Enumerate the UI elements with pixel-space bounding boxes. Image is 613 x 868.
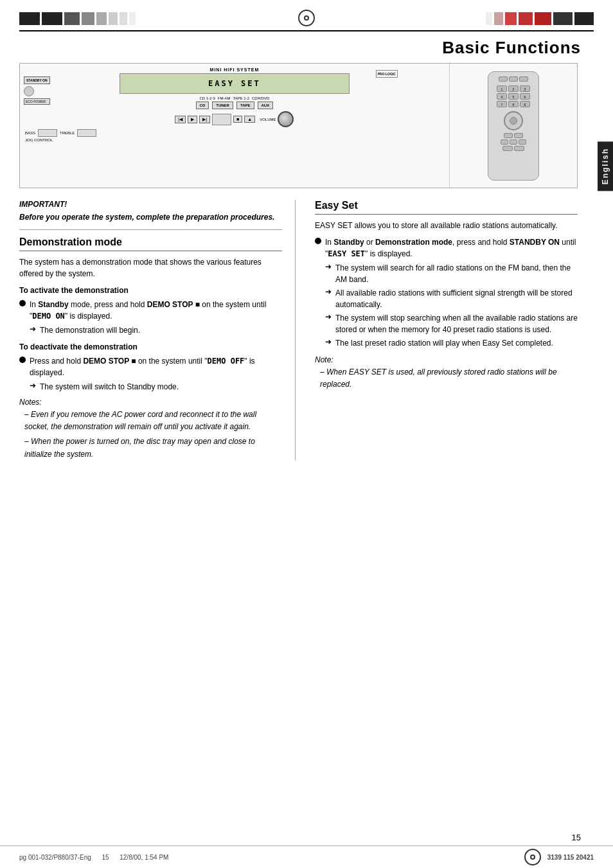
arrow-2: ➜ — [30, 381, 36, 390]
easy-set-result-text-4: The last preset radio station will play … — [335, 337, 553, 349]
easy-set-result-2: ➜ All available radio stations with suff… — [325, 287, 578, 310]
prologic-label: PRO LOGIC — [376, 70, 398, 78]
function-buttons: CD TUNER TAPE AUX — [25, 102, 444, 109]
right-column: Easy Set EASY SET allows you to store al… — [315, 200, 578, 461]
bullet-dot-1 — [19, 300, 26, 306]
remote-bottom-rows — [504, 133, 523, 138]
arrow-6: ➜ — [325, 337, 332, 346]
aux-button: AUX — [258, 102, 274, 109]
left-controls: STANDBY ON ECO POWER — [24, 76, 50, 105]
strip-block — [96, 12, 107, 25]
page-title-area: Basic Functions — [0, 38, 581, 58]
language-tab: English — [598, 141, 613, 191]
remote-btn-a — [504, 133, 513, 138]
bullet-dot-2 — [19, 357, 26, 363]
footer-file: pg 001-032/P880/37-Eng — [19, 854, 91, 861]
page-title: Basic Functions — [442, 38, 581, 57]
strip-block — [535, 12, 551, 25]
strip-block — [486, 12, 492, 25]
strip-block — [505, 12, 517, 25]
strip-block — [574, 12, 594, 25]
strip-block — [120, 12, 127, 25]
note-1: – Even if you remove the AC power cord a… — [24, 409, 282, 433]
activate-result: ➜ The demonstration will begin. — [30, 324, 282, 336]
page-number-display: 15 — [572, 833, 581, 842]
easy-set-intro: EASY SET allows you to store all availab… — [315, 220, 578, 231]
compass-decoration — [298, 10, 315, 26]
next-btn: ▶| — [199, 116, 210, 123]
strip-block — [109, 12, 118, 25]
deactivate-result-text: The system will switch to Standby mode. — [40, 381, 179, 393]
volume-knob — [278, 111, 294, 127]
device-image: MINI HIFI SYSTEM EASY SET CD 1-2-3 FM-AM… — [19, 63, 578, 188]
remote-control: 1 2 3 4 5 6 7 8 9 — [488, 71, 539, 181]
deactivate-sub-heading: To deactivate the demonstration — [19, 342, 282, 351]
eject-btn: ▲ — [244, 116, 255, 123]
strip-block — [82, 12, 94, 25]
easy-set-text-span: In Standby or Demonstration mode, press … — [325, 238, 576, 258]
stop-btn: ■ — [233, 116, 242, 123]
deactivate-text: Press and hold DEMO STOP ■ on the system… — [30, 355, 282, 378]
volume-label: VOLUME — [260, 118, 276, 121]
arrow-1: ➜ — [30, 324, 36, 333]
jog-label: JOG CONTROL — [25, 138, 444, 142]
device-diagram: MINI HIFI SYSTEM EASY SET CD 1-2-3 FM-AM… — [20, 64, 577, 188]
tuner-button: TUNER — [212, 102, 233, 109]
easy-set-note-label: Note: — [315, 355, 578, 364]
arrow-3: ➜ — [325, 262, 332, 271]
footer-compass — [524, 849, 541, 865]
two-column-layout: IMPORTANT! Before you operate the system… — [19, 200, 578, 461]
footer-compass-inner — [530, 855, 535, 860]
bottom-controls: BASS TREBLE — [25, 129, 444, 137]
arrow-5: ➜ — [325, 312, 332, 321]
remote-btn-d — [510, 139, 517, 145]
footer-page: 15 — [102, 854, 109, 861]
remote-btn1 — [499, 76, 508, 82]
easy-set-result-text-2: All available radio stations with suffic… — [335, 287, 578, 310]
important-label: IMPORTANT! — [19, 200, 282, 209]
deactivate-text-span: Press and hold DEMO STOP ■ on the system… — [30, 357, 255, 377]
easy-set-result-1: ➜ The system will search for all radio s… — [325, 262, 578, 285]
compass-inner — [304, 15, 309, 21]
strip-block — [129, 12, 136, 25]
standby-btn: STANDBY ON — [24, 76, 50, 84]
remote-btn2 — [509, 76, 518, 82]
cd-button: CD — [196, 102, 209, 109]
deactivate-instruction: Press and hold DEMO STOP ■ on the system… — [19, 355, 282, 378]
main-unit: MINI HIFI SYSTEM EASY SET CD 1-2-3 FM-AM… — [20, 64, 450, 188]
easy-set-result-4: ➜ The last preset radio station will pla… — [325, 337, 578, 349]
easy-set-result-3: ➜ The system will stop searching when al… — [325, 312, 578, 335]
easy-set-result-text-3: The system will stop searching when all … — [335, 312, 578, 335]
footer-right: 3139 115 20421 — [547, 854, 594, 861]
device-display: EASY SET — [120, 73, 350, 94]
activate-text-plain: In Standby mode, press and hold DEMO STO… — [30, 300, 266, 321]
demonstration-intro: The system has a demonstration mode that… — [19, 256, 282, 279]
source-labels: CD 1-2-3 FM-AM TAPE 1-2 CDR/DVD — [25, 96, 444, 100]
remote-btn-c — [501, 139, 508, 145]
eco-power-btn: ECO POWER — [24, 98, 50, 105]
footer-date: 12/8/00, 1:54 PM — [120, 854, 168, 861]
strip-block — [494, 12, 503, 25]
strip-block — [42, 12, 62, 25]
remote-row-4 — [502, 146, 524, 151]
important-text: Before you operate the system, complete … — [19, 211, 282, 223]
remote-nav-circle — [504, 111, 523, 130]
tape-button: TAPE — [236, 102, 254, 109]
easy-set-text: In Standby or Demonstration mode, press … — [325, 236, 578, 260]
remote-numpad: 1 2 3 4 5 6 7 8 9 — [497, 85, 530, 107]
footer-left: pg 001-032/P880/37-Eng 15 12/8/00, 1:54 … — [19, 854, 168, 861]
bass-slider — [38, 129, 57, 137]
power-button — [24, 86, 34, 96]
section-divider-1 — [19, 229, 282, 230]
left-column: IMPORTANT! Before you operate the system… — [19, 200, 296, 461]
note-2: – When the power is turned on, the disc … — [24, 436, 282, 460]
remote-btn-e — [519, 139, 526, 145]
activate-instruction: In Standby mode, press and hold DEMO STO… — [19, 299, 282, 322]
arrow-4: ➜ — [325, 287, 332, 296]
bullet-dot-3 — [315, 238, 321, 244]
header-divider — [19, 30, 594, 31]
remote-unit: 1 2 3 4 5 6 7 8 9 — [450, 64, 577, 188]
remote-btn-f — [502, 146, 513, 151]
strip-block — [519, 12, 533, 25]
notes-label: Notes: — [19, 398, 282, 407]
